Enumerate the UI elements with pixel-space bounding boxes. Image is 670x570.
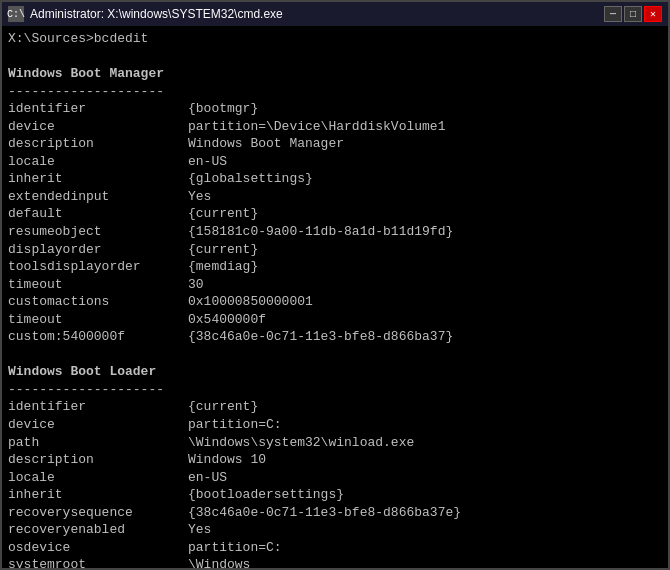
- val-path: \Windows\system32\winload.exe: [188, 434, 414, 452]
- table-row: description Windows Boot Manager: [8, 135, 662, 153]
- key-systemroot: systemroot: [8, 556, 188, 568]
- table-row: timeout 30: [8, 276, 662, 294]
- val-identifier-1: {bootmgr}: [188, 100, 258, 118]
- val-displayorder: {current}: [188, 241, 258, 259]
- val-locale-1: en-US: [188, 153, 227, 171]
- table-row: device partition=C:: [8, 416, 662, 434]
- val-extendedinput: Yes: [188, 188, 211, 206]
- boot-loader-title: Windows Boot Loader: [8, 363, 662, 381]
- window-icon: C:\: [8, 6, 24, 22]
- val-osdevice: partition=C:: [188, 539, 282, 557]
- val-device-1: partition=\Device\HarddiskVolume1: [188, 118, 445, 136]
- key-toolsdisplayorder: toolsdisplayorder: [8, 258, 188, 276]
- key-inherit-1: inherit: [8, 170, 188, 188]
- cmd-window: C:\ Administrator: X:\windows\SYSTEM32\c…: [0, 0, 670, 570]
- key-identifier-2: identifier: [8, 398, 188, 416]
- close-button[interactable]: ✕: [644, 6, 662, 22]
- val-description-2: Windows 10: [188, 451, 266, 469]
- table-row: identifier {bootmgr}: [8, 100, 662, 118]
- key-customactions: customactions: [8, 293, 188, 311]
- val-recoveryenabled: Yes: [188, 521, 211, 539]
- val-custom5400000f: {38c46a0e-0c71-11e3-bfe8-d866ba37}: [188, 328, 453, 346]
- prompt-line: X:\Sources>bcdedit: [8, 30, 662, 48]
- title-bar: C:\ Administrator: X:\windows\SYSTEM32\c…: [2, 2, 668, 26]
- table-row: identifier {current}: [8, 398, 662, 416]
- val-toolsdisplayorder: {memdiag}: [188, 258, 258, 276]
- key-description-2: description: [8, 451, 188, 469]
- val-inherit-1: {globalsettings}: [188, 170, 313, 188]
- table-row: customactions 0x10000850000001: [8, 293, 662, 311]
- val-locale-2: en-US: [188, 469, 227, 487]
- table-row: inherit {bootloadersettings}: [8, 486, 662, 504]
- val-identifier-2: {current}: [188, 398, 258, 416]
- maximize-button[interactable]: □: [624, 6, 642, 22]
- val-default: {current}: [188, 205, 258, 223]
- blank-line-1: [8, 48, 662, 66]
- key-device-1: device: [8, 118, 188, 136]
- val-systemroot: \Windows: [188, 556, 250, 568]
- table-row: default {current}: [8, 205, 662, 223]
- key-description-1: description: [8, 135, 188, 153]
- key-recoveryenabled: recoveryenabled: [8, 521, 188, 539]
- table-row: path \Windows\system32\winload.exe: [8, 434, 662, 452]
- key-inherit-2: inherit: [8, 486, 188, 504]
- table-row: locale en-US: [8, 153, 662, 171]
- window-title: Administrator: X:\windows\SYSTEM32\cmd.e…: [30, 7, 283, 21]
- table-row: recoverysequence {38c46a0e-0c71-11e3-bfe…: [8, 504, 662, 522]
- key-timeout: timeout: [8, 276, 188, 294]
- val-resumeobject-1: {158181c0-9a00-11db-8a1d-b11d19fd}: [188, 223, 453, 241]
- val-timeout: 30: [188, 276, 204, 294]
- table-row: device partition=\Device\HarddiskVolume1: [8, 118, 662, 136]
- boot-manager-title: Windows Boot Manager: [8, 65, 662, 83]
- key-locale-2: locale: [8, 469, 188, 487]
- key-resumeobject-1: resumeobject: [8, 223, 188, 241]
- val-inherit-2: {bootloadersettings}: [188, 486, 344, 504]
- console-output: X:\Sources>bcdedit Windows Boot Manager …: [2, 26, 668, 568]
- title-bar-left: C:\ Administrator: X:\windows\SYSTEM32\c…: [8, 6, 283, 22]
- key-default: default: [8, 205, 188, 223]
- key-path: path: [8, 434, 188, 452]
- key-osdevice: osdevice: [8, 539, 188, 557]
- minimize-button[interactable]: ─: [604, 6, 622, 22]
- key-timeout2: timeout: [8, 311, 188, 329]
- key-locale-1: locale: [8, 153, 188, 171]
- key-identifier-1: identifier: [8, 100, 188, 118]
- table-row: locale en-US: [8, 469, 662, 487]
- val-timeout2: 0x5400000f: [188, 311, 266, 329]
- table-row: description Windows 10: [8, 451, 662, 469]
- key-extendedinput: extendedinput: [8, 188, 188, 206]
- key-recoverysequence: recoverysequence: [8, 504, 188, 522]
- blank-line-2: [8, 346, 662, 364]
- val-customactions: 0x10000850000001: [188, 293, 313, 311]
- val-device-2: partition=C:: [188, 416, 282, 434]
- key-displayorder: displayorder: [8, 241, 188, 259]
- val-description-1: Windows Boot Manager: [188, 135, 344, 153]
- key-custom5400000f: custom:5400000f: [8, 328, 188, 346]
- table-row: toolsdisplayorder {memdiag}: [8, 258, 662, 276]
- table-row: timeout 0x5400000f: [8, 311, 662, 329]
- title-buttons: ─ □ ✕: [604, 6, 662, 22]
- table-row: inherit {globalsettings}: [8, 170, 662, 188]
- table-row: custom:5400000f {38c46a0e-0c71-11e3-bfe8…: [8, 328, 662, 346]
- table-row: systemroot \Windows: [8, 556, 662, 568]
- table-row: displayorder {current}: [8, 241, 662, 259]
- key-device-2: device: [8, 416, 188, 434]
- table-row: osdevice partition=C:: [8, 539, 662, 557]
- val-recoverysequence: {38c46a0e-0c71-11e3-bfe8-d866ba37e}: [188, 504, 461, 522]
- boot-manager-divider: --------------------: [8, 83, 662, 101]
- table-row: recoveryenabled Yes: [8, 521, 662, 539]
- table-row: resumeobject {158181c0-9a00-11db-8a1d-b1…: [8, 223, 662, 241]
- table-row: extendedinput Yes: [8, 188, 662, 206]
- boot-loader-divider: --------------------: [8, 381, 662, 399]
